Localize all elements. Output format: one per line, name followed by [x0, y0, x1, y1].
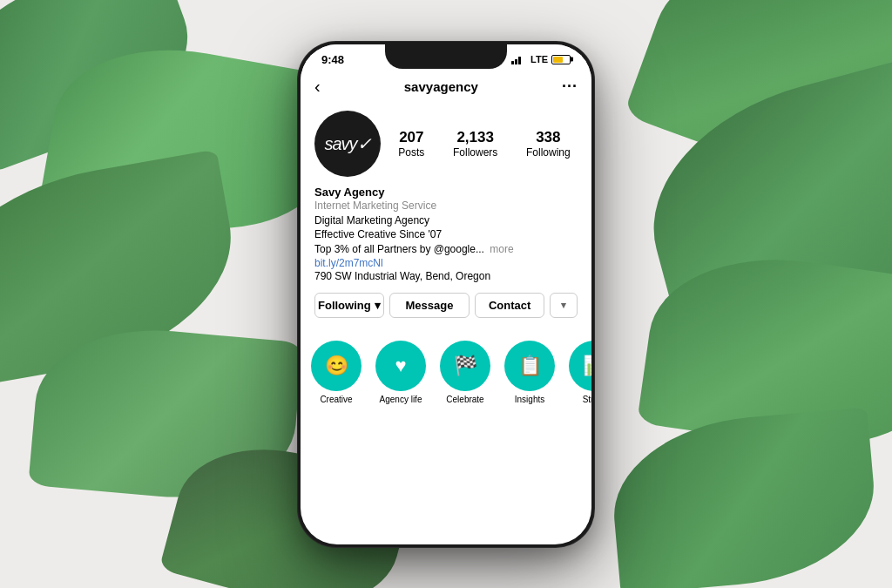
action-buttons: Following ▾ Message Contact ▾: [314, 293, 578, 318]
stats-container: 207 Posts 2,133 Followers 338 Following: [381, 129, 578, 159]
highlight-icon-strategy: 📊: [583, 355, 592, 377]
svg-rect-0: [511, 61, 514, 64]
highlight-strategy[interactable]: 📊 Stra...: [569, 341, 591, 404]
highlight-circle-creative: 😊: [311, 341, 362, 391]
nav-bar: ‹ savyagency ···: [301, 71, 591, 104]
phone-notch: [385, 44, 507, 69]
svg-rect-2: [518, 57, 521, 64]
following-label: Following: [526, 146, 571, 159]
avatar-text: savy✓: [324, 133, 370, 154]
dropdown-button[interactable]: ▾: [550, 293, 578, 318]
highlight-label-agency-life: Agency life: [380, 395, 422, 404]
highlight-label-creative: Creative: [320, 395, 352, 404]
dropdown-chevron-icon: ▾: [561, 300, 566, 311]
phone-mockup: 9:48 LTE ‹ savya: [298, 42, 594, 547]
svg-rect-1: [515, 59, 517, 64]
followers-label: Followers: [453, 146, 497, 159]
highlight-icon-insights: 📋: [518, 355, 542, 377]
profile-top: savy✓ 207 Posts 2,133 Followers 338: [314, 111, 578, 177]
profile-name: Savy Agency: [314, 186, 578, 199]
highlights-section: 😊 Creative ♥ Agency life 🏁 Celebrate: [301, 337, 591, 411]
leaf-decoration: [606, 407, 881, 588]
bio-link[interactable]: bit.ly/2m7mcNl: [314, 257, 578, 269]
profile-username: savyagency: [404, 79, 478, 94]
following-count: 338: [526, 129, 571, 146]
highlight-icon-creative: 😊: [325, 355, 348, 377]
posts-stat[interactable]: 207 Posts: [398, 129, 424, 159]
bio-location: 790 SW Industrial Way, Bend, Oregon: [314, 269, 578, 284]
status-icons: LTE: [511, 54, 571, 64]
following-chevron-icon: ▾: [375, 299, 381, 312]
posts-count: 207: [398, 129, 424, 146]
following-label: Following: [318, 299, 371, 312]
highlight-circle-strategy: 📊: [569, 341, 591, 391]
highlight-creative[interactable]: 😊 Creative: [311, 341, 362, 404]
phone-screen: 9:48 LTE ‹ savya: [301, 44, 591, 544]
profile-section: savy✓ 207 Posts 2,133 Followers 338: [301, 104, 591, 337]
following-stat[interactable]: 338 Following: [526, 129, 571, 159]
highlight-label-celebrate: Celebrate: [446, 395, 483, 404]
highlight-circle-insights: 📋: [504, 341, 555, 391]
contact-button[interactable]: Contact: [475, 293, 544, 318]
bio-line-3: Top 3% of all Partners by @google... mor…: [314, 242, 578, 257]
back-button[interactable]: ‹: [314, 77, 321, 97]
bio-more-link[interactable]: more: [490, 243, 513, 255]
highlight-icon-celebrate: 🏁: [454, 355, 477, 377]
battery-fill: [553, 57, 563, 63]
phone-frame: 9:48 LTE ‹ savya: [298, 42, 594, 547]
followers-count: 2,133: [453, 129, 497, 146]
message-button[interactable]: Message: [389, 293, 470, 318]
highlight-circle-celebrate: 🏁: [440, 341, 490, 391]
signal-icon: [511, 55, 525, 64]
posts-label: Posts: [398, 146, 424, 159]
bio-section: Savy Agency Internet Marketing Service D…: [314, 186, 578, 284]
highlight-insights[interactable]: 📋 Insights: [504, 341, 555, 404]
contact-label: Contact: [489, 299, 530, 312]
battery-icon: [551, 55, 571, 64]
followers-stat[interactable]: 2,133 Followers: [453, 129, 497, 159]
highlight-icon-agency-life: ♥: [395, 355, 406, 377]
bio-line-1: Digital Marketing Agency: [314, 213, 578, 228]
highlight-label-insights: Insights: [515, 395, 544, 404]
status-time: 9:48: [321, 53, 344, 66]
highlight-agency-life[interactable]: ♥ Agency life: [375, 341, 426, 404]
network-label: LTE: [530, 54, 548, 64]
following-button[interactable]: Following ▾: [314, 293, 384, 318]
message-label: Message: [406, 299, 454, 312]
highlight-celebrate[interactable]: 🏁 Celebrate: [440, 341, 490, 404]
bio-line-2: Effective Creative Since '07: [314, 227, 578, 242]
avatar[interactable]: savy✓: [314, 111, 381, 177]
more-options-button[interactable]: ···: [562, 78, 578, 96]
highlight-label-strategy: Stra...: [583, 395, 591, 404]
profile-category: Internet Marketing Service: [314, 199, 578, 212]
highlight-circle-agency-life: ♥: [375, 341, 426, 391]
